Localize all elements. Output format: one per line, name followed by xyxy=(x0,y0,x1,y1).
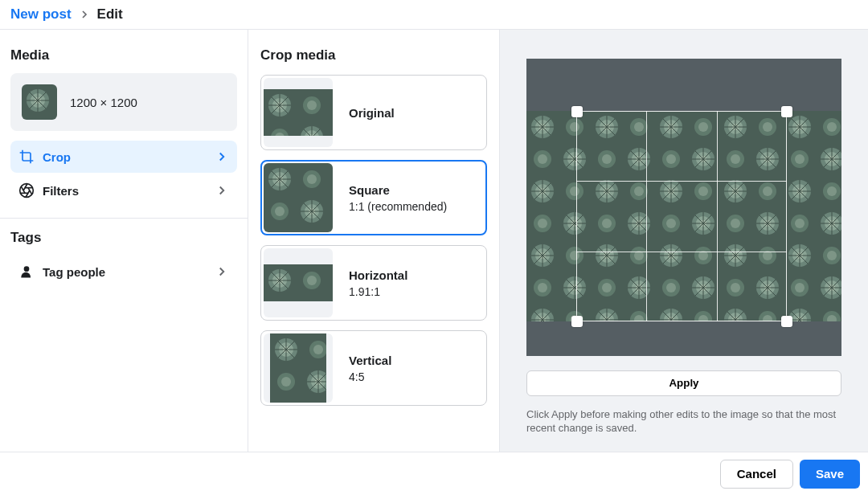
crop-option-thumbnail xyxy=(264,333,333,403)
crop-option-square[interactable]: Square 1:1 (recommended) xyxy=(260,160,487,235)
chevron-right-icon xyxy=(78,8,91,21)
crop-options-panel: Crop media Original Square 1:1 (recommen… xyxy=(248,30,500,452)
sidebar-item-crop[interactable]: Crop xyxy=(10,141,237,173)
crop-canvas[interactable] xyxy=(526,59,841,356)
media-thumbnail xyxy=(22,84,57,120)
breadcrumb-current: Edit xyxy=(97,6,123,22)
apply-hint: Click Apply before making other edits to… xyxy=(526,407,841,436)
crop-handle-tr[interactable] xyxy=(781,106,792,117)
svg-rect-23 xyxy=(270,333,326,403)
crop-option-title: Vertical xyxy=(349,354,391,367)
media-dimensions: 1200 × 1200 xyxy=(70,96,137,109)
crop-icon xyxy=(18,149,35,165)
sidebar-item-label: Tag people xyxy=(43,265,215,279)
media-item[interactable]: 1200 × 1200 xyxy=(10,73,237,131)
crop-option-title: Original xyxy=(349,106,395,120)
svg-rect-21 xyxy=(264,163,333,232)
preview-image xyxy=(526,111,841,321)
crop-handle-bl[interactable] xyxy=(571,316,583,327)
crop-option-vertical[interactable]: Vertical 4:5 xyxy=(260,330,487,406)
apply-button[interactable]: Apply xyxy=(526,370,841,396)
sidebar-item-filters[interactable]: Filters xyxy=(10,174,237,207)
crop-option-original[interactable]: Original xyxy=(260,75,487,150)
crop-media-heading: Crop media xyxy=(260,47,487,63)
chevron-right-icon xyxy=(215,264,229,279)
crop-preview-panel: Apply Click Apply before making other ed… xyxy=(500,30,868,452)
crop-handle-br[interactable] xyxy=(781,316,792,327)
chevron-right-icon xyxy=(215,149,229,164)
crop-option-subtitle: 4:5 xyxy=(349,370,391,383)
crop-option-title: Horizontal xyxy=(349,268,407,282)
sidebar-item-tag-people[interactable]: Tag people xyxy=(10,256,237,288)
svg-rect-24 xyxy=(526,111,841,321)
svg-rect-20 xyxy=(264,89,333,136)
person-icon xyxy=(18,264,35,280)
crop-option-title: Square xyxy=(349,183,447,197)
svg-rect-11 xyxy=(22,84,57,120)
footer: Cancel Save xyxy=(0,452,868,495)
sidebar-item-label: Filters xyxy=(43,184,215,198)
crop-option-thumbnail xyxy=(264,163,333,232)
chevron-right-icon xyxy=(215,183,229,198)
svg-rect-22 xyxy=(264,264,333,301)
save-button[interactable]: Save xyxy=(800,460,860,489)
svg-point-19 xyxy=(24,266,30,272)
breadcrumb-parent-link[interactable]: New post xyxy=(10,6,72,22)
crop-handle-tl[interactable] xyxy=(571,106,583,117)
crop-option-thumbnail xyxy=(264,248,333,317)
breadcrumb: New post Edit xyxy=(0,0,868,30)
divider xyxy=(0,218,248,219)
tags-heading: Tags xyxy=(10,230,237,246)
crop-option-subtitle: 1.91:1 xyxy=(349,285,407,298)
crop-option-horizontal[interactable]: Horizontal 1.91:1 xyxy=(260,245,487,321)
crop-option-subtitle: 1:1 (recommended) xyxy=(349,200,447,213)
cancel-button[interactable]: Cancel xyxy=(720,460,793,489)
crop-option-thumbnail xyxy=(264,78,333,147)
aperture-icon xyxy=(18,182,35,198)
media-heading: Media xyxy=(10,47,237,63)
sidebar-item-label: Crop xyxy=(43,150,215,164)
sidebar: Media 1200 × 1200 Crop xyxy=(0,30,248,452)
